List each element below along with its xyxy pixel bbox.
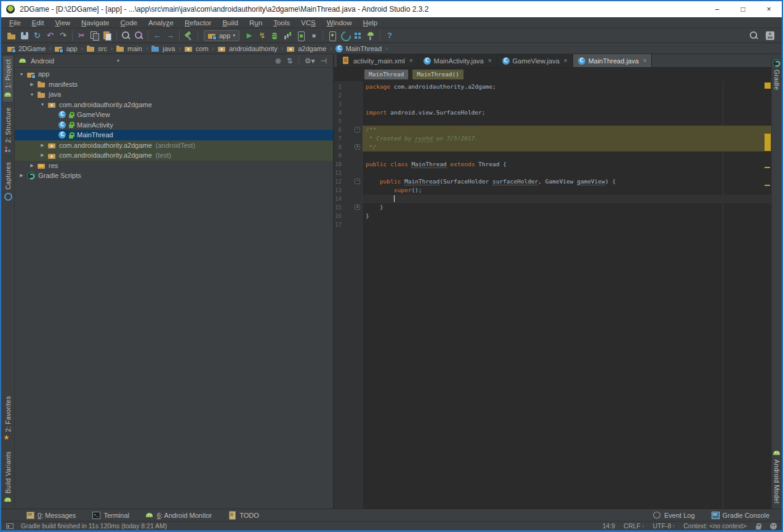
tool-window-button-captures[interactable]: Captures: [3, 159, 13, 203]
settings-icon[interactable]: ⚙▾: [305, 57, 315, 65]
menu-code[interactable]: Code: [115, 19, 143, 26]
breadcrumb-mainthread[interactable]: MainThread: [334, 45, 383, 52]
help-icon[interactable]: ?: [383, 30, 396, 42]
breadcrumb-com[interactable]: com: [183, 44, 210, 52]
collapsed-arrow-icon[interactable]: ▶: [39, 153, 46, 158]
tree-row-gameview[interactable]: GameView: [15, 110, 333, 120]
expanded-arrow-icon[interactable]: ▼: [29, 92, 35, 97]
hide-icon[interactable]: ⊣: [321, 57, 327, 65]
stop-icon[interactable]: ■: [307, 30, 320, 42]
expanded-arrow-icon[interactable]: ▼: [18, 72, 25, 76]
minimize-button[interactable]: –: [704, 1, 730, 17]
avatar-icon[interactable]: [764, 30, 777, 42]
close-tab-icon[interactable]: ×: [488, 57, 492, 64]
toggle-tool-window-bars-icon[interactable]: [6, 523, 14, 529]
fold-start-icon[interactable]: −: [355, 179, 360, 184]
tree-row-java[interactable]: ▼java: [15, 89, 333, 100]
menu-tools[interactable]: Tools: [268, 19, 295, 26]
menu-navigate[interactable]: Navigate: [76, 19, 114, 26]
breadcrumb-src[interactable]: src: [86, 44, 108, 52]
tree-row-gradle-scripts[interactable]: ▶Gradle Scripts: [15, 171, 333, 181]
build-icon[interactable]: [182, 30, 195, 42]
menu-window[interactable]: Window: [321, 19, 358, 26]
menu-run[interactable]: Run: [244, 19, 268, 26]
collapsed-arrow-icon[interactable]: ▶: [29, 82, 35, 87]
project-view-selector[interactable]: Android ▾: [18, 57, 119, 65]
tree-row-app[interactable]: ▼app: [15, 69, 333, 79]
tool-window-button-todo[interactable]: TODO: [228, 511, 259, 519]
instant-run-icon[interactable]: ↯: [255, 30, 268, 42]
undo-icon[interactable]: ↶: [44, 30, 57, 42]
profile-icon[interactable]: [281, 30, 294, 42]
paste-icon[interactable]: [101, 30, 114, 42]
breadcrumb-app[interactable]: app: [54, 44, 78, 52]
close-button[interactable]: ×: [756, 1, 782, 17]
tool-window-button-terminal[interactable]: Terminal: [92, 511, 129, 519]
tab-activity-main-xml[interactable]: activity_main.xml×: [337, 54, 419, 67]
menu-file[interactable]: File: [4, 19, 26, 26]
sync-icon[interactable]: ↻: [31, 30, 44, 42]
tool-window-button-gradle-console[interactable]: Gradle Console: [711, 511, 769, 519]
tree-row-com-androidauthority-a2dgame-test[interactable]: ▶com.androidauthority.a2dgame(test): [15, 150, 333, 161]
tool-window-button-6-android-monitor[interactable]: 6: Android Monitor: [145, 511, 212, 519]
expanded-arrow-icon[interactable]: ▼: [39, 102, 46, 107]
menu-analyze[interactable]: Analyze: [143, 19, 179, 26]
maximize-button[interactable]: □: [730, 1, 756, 17]
breadcrumb-a2dgame[interactable]: a2dgame: [286, 44, 327, 52]
find-icon[interactable]: [119, 30, 132, 42]
menu-build[interactable]: Build: [217, 19, 244, 26]
collapsed-arrow-icon[interactable]: ▶: [39, 143, 46, 148]
menu-vcs[interactable]: VCS: [295, 19, 321, 26]
tree-row-manifests[interactable]: ▶manifests: [15, 79, 333, 90]
tree-row-res[interactable]: ▶res: [15, 161, 333, 171]
replace-icon[interactable]: [132, 30, 145, 42]
gradle-sync-icon[interactable]: [339, 30, 351, 42]
tab-mainactivity-java[interactable]: MainActivity.java×: [419, 54, 497, 67]
close-tab-icon[interactable]: ×: [564, 57, 568, 64]
tab-mainthread-java[interactable]: MainThread.java×: [573, 54, 652, 67]
error-stripe-mark[interactable]: [765, 134, 771, 151]
project-structure-icon[interactable]: [351, 30, 364, 42]
collapsed-arrow-icon[interactable]: ▶: [18, 173, 25, 178]
encoding-selector[interactable]: UTF-8↕: [653, 522, 675, 530]
tab-gameview-java[interactable]: GameView.java×: [497, 54, 573, 67]
tool-window-button-2-structure[interactable]: 2: Structure: [3, 104, 13, 156]
line-ending-selector[interactable]: CRLF↕: [624, 522, 644, 530]
tool-window-button-1-project[interactable]: 1: Project: [3, 56, 13, 102]
context-indicator[interactable]: Context: <no context>: [683, 522, 747, 530]
error-stripe-mark[interactable]: [765, 83, 771, 89]
tool-window-button-2-favorites[interactable]: 2: Favorites: [3, 393, 13, 445]
error-stripe-mark[interactable]: [765, 167, 770, 168]
inspections-hector-icon[interactable]: [770, 523, 777, 530]
breadcrumb-androidauthority[interactable]: androidauthority: [217, 44, 279, 52]
tree-row-mainactivity[interactable]: MainActivity: [15, 120, 333, 131]
sdk-icon[interactable]: [364, 30, 377, 42]
lock-icon[interactable]: [755, 523, 761, 530]
fold-end-icon[interactable]: ∧: [355, 204, 360, 210]
back-icon[interactable]: ←: [151, 30, 164, 42]
save-icon[interactable]: [18, 30, 31, 42]
avd-icon[interactable]: [326, 30, 339, 42]
close-tab-icon[interactable]: ×: [643, 57, 647, 64]
error-stripe-mark[interactable]: [765, 185, 770, 186]
tool-window-button-build-variants[interactable]: Build Variants: [3, 448, 13, 507]
breadcrumb-main[interactable]: main: [115, 44, 143, 52]
search-icon[interactable]: [747, 30, 760, 42]
copy-icon[interactable]: [88, 30, 101, 42]
forward-icon[interactable]: →: [164, 30, 177, 42]
menu-edit[interactable]: Edit: [26, 19, 50, 26]
tool-window-button-0-messages[interactable]: 0: Messages: [26, 511, 76, 519]
tool-window-button-event-log[interactable]: Event Log: [652, 511, 695, 519]
collapsed-arrow-icon[interactable]: ▶: [29, 163, 35, 168]
fold-start-icon[interactable]: −: [355, 127, 360, 132]
menu-refactor[interactable]: Refactor: [179, 19, 217, 26]
scroll-from-source-icon[interactable]: ⊗: [275, 57, 281, 65]
fold-end-icon[interactable]: ∧: [355, 144, 360, 150]
collapse-all-icon[interactable]: ⇅: [287, 57, 293, 65]
close-tab-icon[interactable]: ×: [409, 57, 413, 64]
tool-window-button-android-model[interactable]: Android Model: [772, 446, 782, 507]
breadcrumb-java[interactable]: java: [150, 44, 176, 52]
breadcrumb-chip-mainthread[interactable]: MainThread: [364, 70, 408, 79]
redo-icon[interactable]: ↷: [57, 30, 70, 42]
attach-icon[interactable]: [294, 30, 307, 42]
